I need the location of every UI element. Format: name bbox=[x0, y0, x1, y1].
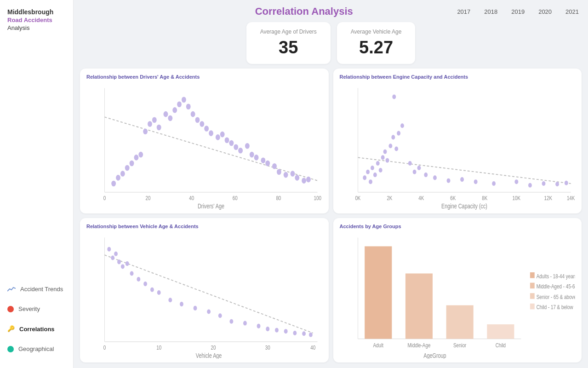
svg-text:Child - 17 & below: Child - 17 & below bbox=[536, 304, 573, 310]
svg-text:6K: 6K bbox=[450, 195, 456, 201]
svg-text:80: 80 bbox=[276, 195, 281, 201]
svg-point-118 bbox=[257, 323, 261, 328]
svg-point-65 bbox=[373, 172, 377, 177]
red-dot-icon bbox=[7, 306, 14, 312]
svg-point-12 bbox=[125, 165, 130, 171]
sidebar-item-severity[interactable]: Severity bbox=[0, 299, 73, 319]
year-tabs: 2017 2018 2019 2020 2021 bbox=[454, 6, 582, 17]
svg-point-87 bbox=[528, 183, 532, 188]
svg-point-108 bbox=[143, 282, 147, 286]
svg-point-124 bbox=[309, 332, 313, 337]
svg-point-33 bbox=[225, 137, 229, 143]
sidebar-item-label: Accident Trends bbox=[20, 286, 63, 293]
year-tab-2020[interactable]: 2020 bbox=[536, 6, 554, 17]
svg-point-31 bbox=[216, 134, 220, 140]
kpi-label-vehicle-age: Average Vehicle Age bbox=[351, 29, 402, 35]
svg-text:20: 20 bbox=[211, 345, 216, 351]
svg-point-32 bbox=[220, 132, 225, 138]
charts-grid: Relationship between Drivers' Age & Acci… bbox=[80, 69, 582, 362]
year-tab-2021[interactable]: 2021 bbox=[563, 6, 582, 17]
svg-point-21 bbox=[168, 115, 172, 121]
svg-text:8K: 8K bbox=[482, 195, 487, 201]
svg-point-101 bbox=[111, 255, 114, 260]
svg-point-9 bbox=[111, 181, 116, 187]
year-tab-2018[interactable]: 2018 bbox=[481, 6, 500, 17]
chart-title-engine-capacity: Relationship between Engine Capacity and… bbox=[340, 74, 576, 80]
svg-point-68 bbox=[381, 155, 384, 160]
svg-point-104 bbox=[121, 264, 125, 269]
svg-point-10 bbox=[116, 175, 120, 181]
svg-point-48 bbox=[306, 177, 311, 183]
svg-point-82 bbox=[446, 178, 450, 183]
svg-text:60: 60 bbox=[233, 195, 238, 201]
year-tab-2019[interactable]: 2019 bbox=[508, 6, 527, 17]
svg-point-30 bbox=[209, 130, 213, 136]
sidebar-item-label: Geographical bbox=[18, 345, 54, 352]
year-tab-2017[interactable]: 2017 bbox=[454, 6, 473, 17]
svg-point-47 bbox=[302, 178, 306, 184]
svg-point-103 bbox=[117, 259, 121, 264]
svg-point-41 bbox=[265, 161, 270, 167]
bar-senior bbox=[446, 305, 473, 339]
svg-point-88 bbox=[542, 181, 545, 186]
chart-area-vehicle-age: 0 10 20 30 40 bbox=[86, 232, 322, 359]
teal-dot-icon bbox=[7, 346, 14, 352]
svg-point-74 bbox=[397, 131, 400, 136]
svg-point-37 bbox=[245, 143, 250, 149]
svg-text:Adult: Adult bbox=[373, 342, 383, 348]
sidebar-item-geographical[interactable]: Geographical bbox=[0, 339, 73, 359]
svg-point-84 bbox=[474, 179, 477, 184]
svg-point-40 bbox=[261, 157, 265, 163]
svg-point-25 bbox=[186, 104, 191, 110]
svg-point-123 bbox=[302, 331, 306, 336]
svg-point-28 bbox=[200, 121, 204, 127]
svg-point-83 bbox=[460, 177, 464, 182]
svg-point-121 bbox=[284, 329, 288, 334]
svg-line-99 bbox=[104, 255, 313, 333]
svg-point-45 bbox=[291, 171, 295, 177]
svg-rect-135 bbox=[530, 282, 534, 288]
svg-text:100: 100 bbox=[314, 195, 321, 201]
svg-text:Adults - 18-44 years: Adults - 18-44 years bbox=[536, 273, 575, 279]
svg-point-100 bbox=[107, 247, 111, 251]
svg-point-17 bbox=[148, 121, 152, 127]
svg-point-75 bbox=[400, 123, 404, 128]
svg-point-119 bbox=[266, 327, 269, 331]
svg-text:AgeGroup: AgeGroup bbox=[423, 352, 446, 359]
svg-line-8 bbox=[104, 117, 317, 180]
svg-point-62 bbox=[366, 170, 370, 174]
svg-point-81 bbox=[433, 175, 437, 180]
svg-text:Middle-Aged - 45-64 years: Middle-Aged - 45-64 years bbox=[536, 283, 575, 289]
chart-area-engine-capacity: 0K 2K 4K 6K 8K 10K 12K 14K bbox=[340, 82, 576, 210]
svg-point-73 bbox=[394, 147, 398, 151]
svg-point-16 bbox=[143, 129, 148, 135]
kpi-label-driver-age: Average Age of Drivers bbox=[260, 29, 317, 35]
sidebar-item-label: Correlations bbox=[19, 326, 55, 333]
svg-point-14 bbox=[134, 155, 138, 161]
svg-text:Engine Capacity (cc): Engine Capacity (cc) bbox=[441, 203, 487, 210]
svg-point-61 bbox=[363, 175, 366, 180]
svg-point-120 bbox=[275, 328, 279, 332]
svg-point-11 bbox=[120, 171, 125, 177]
sidebar-nav: Accident Trends Severity 🔑 Correlations … bbox=[0, 279, 73, 368]
svg-text:0: 0 bbox=[103, 345, 106, 351]
sidebar-item-accident-trends[interactable]: Accident Trends bbox=[0, 279, 73, 299]
kpi-card-driver-age: Average Age of Drivers 35 bbox=[246, 22, 331, 64]
svg-point-122 bbox=[293, 330, 297, 335]
sidebar-item-correlations[interactable]: 🔑 Correlations bbox=[0, 319, 73, 339]
chart-title-drivers-age: Relationship between Drivers' Age & Acci… bbox=[86, 74, 322, 80]
sidebar: Middlesbrough Road Accidents Analysis Ac… bbox=[0, 0, 74, 368]
svg-text:4K: 4K bbox=[418, 195, 424, 201]
svg-point-79 bbox=[417, 166, 421, 170]
svg-point-76 bbox=[392, 94, 396, 99]
svg-point-72 bbox=[391, 135, 395, 139]
svg-text:10: 10 bbox=[156, 345, 161, 351]
kpi-value-driver-age: 35 bbox=[260, 38, 317, 58]
svg-point-69 bbox=[383, 150, 387, 154]
svg-point-36 bbox=[238, 148, 243, 154]
chart-title-vehicle-age: Relationship between Vehicle Age & Accid… bbox=[86, 224, 322, 229]
scatter-svg-engine: 0K 2K 4K 6K 8K 10K 12K 14K bbox=[340, 82, 576, 210]
scatter-svg-drivers-age: 0 20 40 60 80 100 bbox=[86, 82, 322, 210]
bar-middle-age bbox=[405, 273, 432, 339]
app-title: Middlesbrough bbox=[0, 8, 73, 16]
